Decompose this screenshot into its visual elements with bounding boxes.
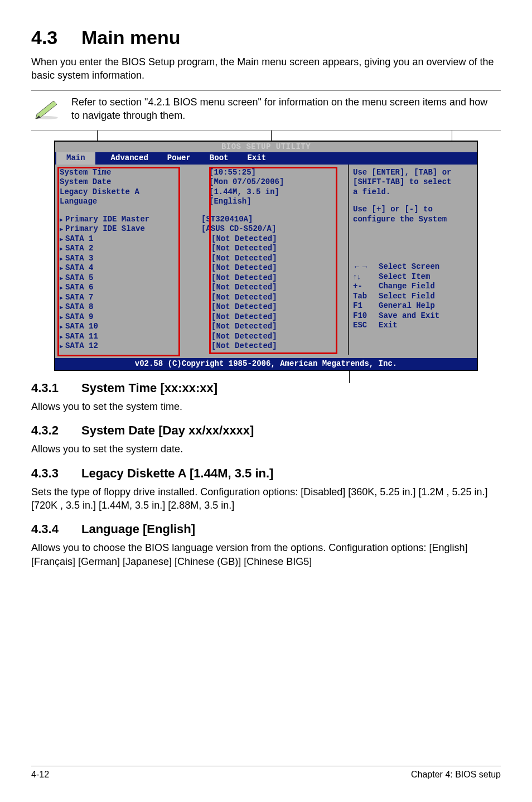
label-sata-7: SATA 7	[60, 293, 171, 303]
key-desc: Exit	[379, 321, 398, 331]
bios-menubar: Main Advanced Power Boot Exit	[55, 152, 477, 165]
key-desc: Save and Exit	[379, 311, 439, 321]
footer-page-number: 4-12	[31, 770, 49, 780]
section-num: 4.3.3	[31, 466, 81, 481]
key-desc: Select Screen	[379, 262, 439, 272]
section-body: Allows you to set the system date.	[31, 442, 501, 456]
label-ide-master: Primary IDE Master	[60, 215, 171, 225]
section-heading: 4.3.3Legacy Diskette A [1.44M, 3.5 in.]	[31, 466, 501, 481]
note-text: Refer to section "4.2.1 BIOS menu screen…	[71, 95, 499, 123]
key-f1: F1	[353, 301, 379, 311]
label-system-date: System Date	[60, 177, 171, 187]
help-line: Use [+] or [-] to	[353, 205, 472, 215]
pencil-icon	[33, 98, 60, 120]
label-sata-6: SATA 6	[60, 283, 171, 293]
help-key-row: ESCExit	[353, 321, 472, 331]
key-esc: ESC	[353, 321, 379, 331]
help-key-row: ←→Select Screen	[353, 262, 472, 272]
key-arrows-lr-icon: ←→	[353, 262, 379, 272]
key-f10: F10	[353, 311, 379, 321]
bios-screenshot: BIOS SETUP UTILITY Main Advanced Power B…	[31, 141, 501, 371]
label-sata-10: SATA 10	[60, 322, 171, 332]
label-legacy-diskette: Legacy Diskette A	[60, 187, 171, 197]
section-num: 4.3.1	[31, 381, 81, 395]
key-desc: General Help	[379, 301, 435, 311]
section-body: Allows you to set the system time.	[31, 400, 501, 413]
help-key-row: F10Save and Exit	[353, 311, 472, 321]
section-body: Sets the type of floppy drive installed.…	[31, 485, 501, 513]
label-sata-1: SATA 1	[60, 234, 171, 244]
key-arrows-ud-icon: ↑↓	[353, 272, 379, 282]
section-title: Legacy Diskette A [1.44M, 3.5 in.]	[81, 466, 273, 480]
help-key-row: +-Change Field	[353, 282, 472, 292]
help-line: configure the System	[353, 215, 472, 225]
label-sata-8: SATA 8	[60, 302, 171, 312]
section-heading: 4.3.4Language [English]	[31, 522, 501, 537]
section-body: Allows you to choose the BIOS language v…	[31, 541, 501, 568]
section-title: System Time [xx:xx:xx]	[81, 381, 217, 395]
bios-help-pane: Use [ENTER], [TAB] or [SHIFT-TAB] to sel…	[349, 165, 477, 355]
key-desc: Change Field	[379, 282, 435, 292]
heading-number: 4.3	[31, 27, 81, 49]
footer-chapter: Chapter 4: BIOS setup	[411, 770, 501, 780]
section-title: Language [English]	[81, 522, 195, 536]
section-title: System Date [Day xx/xx/xxxx]	[81, 423, 254, 437]
help-key-row: F1General Help	[353, 301, 472, 311]
section-num: 4.3.2	[31, 423, 81, 438]
bios-tab-exit[interactable]: Exit	[244, 152, 269, 165]
help-line: a field.	[353, 187, 472, 197]
label-sata-3: SATA 3	[60, 254, 171, 264]
bios-tab-main[interactable]: Main	[56, 152, 95, 165]
label-sata-4: SATA 4	[60, 263, 171, 273]
key-desc: Select Field	[379, 292, 435, 302]
bios-tab-advanced[interactable]: Advanced	[108, 152, 152, 165]
label-system-time: System Time	[60, 168, 171, 178]
section-heading: 4.3.2System Date [Day xx/xx/xxxx]	[31, 423, 501, 438]
intro-paragraph: When you enter the BIOS Setup program, t…	[31, 55, 501, 83]
help-line: Use [ENTER], [TAB] or	[353, 168, 472, 178]
help-line: [SHIFT-TAB] to select	[353, 177, 472, 187]
help-key-row: TabSelect Field	[353, 292, 472, 302]
bios-tab-boot[interactable]: Boot	[206, 152, 232, 165]
heading-title: Main menu	[81, 27, 181, 48]
label-sata-9: SATA 9	[60, 312, 171, 322]
key-plusminus: +-	[353, 282, 379, 292]
page-heading: 4.3Main menu	[31, 27, 501, 49]
bios-title: BIOS SETUP UTILITY	[55, 142, 477, 152]
label-sata-12: SATA 12	[60, 341, 171, 351]
key-desc: Select Item	[379, 272, 430, 282]
help-key-row: ↑↓Select Item	[353, 272, 472, 282]
label-language: Language	[60, 197, 171, 207]
label-sata-11: SATA 11	[60, 332, 171, 342]
note-box: Refer to section "4.2.1 BIOS menu screen…	[31, 90, 501, 131]
key-tab: Tab	[353, 292, 379, 302]
label-sata-2: SATA 2	[60, 244, 171, 254]
label-ide-slave: Primary IDE Slave	[60, 224, 171, 234]
page-footer: 4-12 Chapter 4: BIOS setup	[31, 766, 501, 780]
bios-footer: v02.58 (C)Copyright 1985-2006, American …	[55, 358, 477, 370]
label-sata-5: SATA 5	[60, 273, 171, 283]
section-heading: 4.3.1System Time [xx:xx:xx]	[31, 381, 501, 395]
bios-tab-power[interactable]: Power	[164, 152, 194, 165]
highlight-values-box	[209, 167, 337, 354]
section-num: 4.3.4	[31, 522, 81, 537]
